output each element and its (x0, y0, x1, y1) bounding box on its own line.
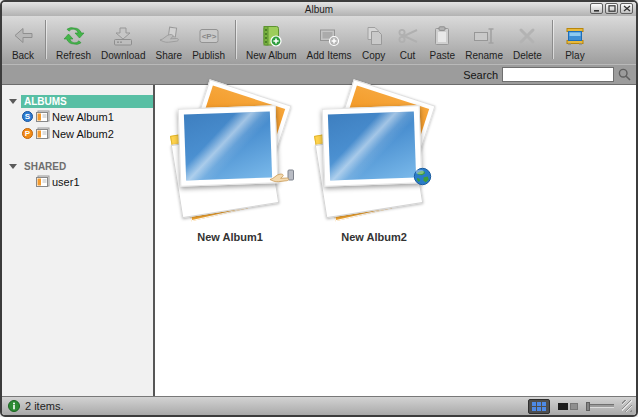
delete-icon (515, 23, 539, 49)
info-icon (8, 400, 20, 412)
rename-icon (472, 23, 496, 49)
download-button[interactable]: Download (96, 17, 150, 62)
search-input[interactable] (502, 67, 614, 82)
collapse-arrow-icon[interactable] (9, 99, 17, 104)
minimize-button[interactable] (590, 3, 603, 14)
list-view-button[interactable] (558, 403, 578, 410)
sidebar-item-user1[interactable]: user1 (2, 173, 153, 190)
download-icon (111, 23, 135, 49)
close-button[interactable] (620, 3, 633, 14)
maximize-icon (608, 5, 616, 12)
album-icon (35, 127, 50, 140)
album-title: New Album1 (171, 231, 289, 243)
toolbar-separator (235, 20, 236, 59)
toolbar-separator (45, 20, 46, 59)
status-bar: 2 items. (2, 396, 636, 415)
publish-icon: <P> (197, 23, 221, 49)
back-button[interactable]: Back (6, 17, 40, 62)
search-bar: Search (2, 64, 636, 85)
collapse-arrow-icon[interactable] (9, 164, 17, 169)
sidebar-item-new-album2[interactable]: P New Album2 (2, 125, 153, 142)
album-title: New Album2 (315, 231, 433, 243)
sidebar: ALBUMS S New Album1 P (2, 85, 155, 396)
add-items-button[interactable]: Add Items (302, 17, 357, 62)
sidebar-item-label: New Album1 (52, 111, 114, 123)
photo-stack-icon (318, 93, 430, 223)
share-button[interactable]: Share (151, 17, 188, 62)
play-button[interactable]: Play (558, 17, 592, 62)
sidebar-item-label: user1 (52, 176, 80, 188)
sidebar-item-new-album1[interactable]: S New Album1 (2, 108, 153, 125)
cut-button[interactable]: Cut (391, 17, 425, 62)
refresh-icon (62, 23, 86, 49)
album-tile-new-album2[interactable]: New Album2 (315, 93, 433, 245)
refresh-button[interactable]: Refresh (51, 17, 96, 62)
add-items-icon (317, 23, 341, 49)
album-icon (35, 110, 50, 123)
copy-button[interactable]: Copy (357, 17, 391, 62)
album-window: Album Back (0, 0, 638, 417)
album-tile-new-album1[interactable]: New Album1 (171, 93, 289, 245)
toolbar-separator (552, 20, 553, 59)
close-icon (623, 5, 631, 12)
section-label-shared: SHARED (21, 160, 69, 173)
published-badge-icon: P (22, 128, 33, 139)
toolbar: Back Refresh Download (2, 16, 636, 64)
thumbnail-view-button[interactable] (528, 399, 550, 414)
item-count: 2 items. (25, 400, 64, 412)
delete-button[interactable]: Delete (508, 17, 547, 62)
shared-hand-badge-icon (268, 167, 296, 189)
zoom-slider[interactable] (586, 402, 614, 411)
resize-grip[interactable] (622, 400, 632, 412)
window-controls (590, 3, 633, 14)
published-globe-badge-icon (413, 167, 432, 190)
sidebar-item-label: New Album2 (52, 128, 114, 140)
title-bar: Album (2, 2, 636, 16)
play-icon (563, 23, 587, 49)
shared-badge-icon: S (22, 111, 33, 122)
new-album-button[interactable]: New Album (241, 17, 302, 62)
paste-icon (430, 23, 454, 49)
copy-icon (362, 23, 386, 49)
window-title: Album (305, 4, 333, 15)
rename-button[interactable]: Rename (460, 17, 508, 62)
publish-button[interactable]: <P> Publish (187, 17, 230, 62)
sidebar-section-albums[interactable]: ALBUMS (2, 94, 153, 108)
search-icon[interactable] (618, 68, 631, 81)
sidebar-section-shared[interactable]: SHARED (2, 159, 153, 173)
search-label: Search (463, 69, 498, 81)
maximize-button[interactable] (605, 3, 618, 14)
minimize-icon (593, 5, 601, 12)
svg-text:<P>: <P> (201, 32, 216, 41)
paste-button[interactable]: Paste (425, 17, 461, 62)
photo-stack-icon (174, 93, 286, 223)
back-icon (11, 23, 35, 49)
new-album-icon (259, 23, 283, 49)
status-right-controls (528, 399, 632, 414)
section-label-albums: ALBUMS (21, 95, 153, 108)
content-area: ALBUMS S New Album1 P (2, 85, 636, 396)
album-grid: New Album1 (155, 85, 636, 396)
album-icon (35, 175, 50, 188)
share-icon (157, 23, 181, 49)
cut-icon (396, 23, 420, 49)
